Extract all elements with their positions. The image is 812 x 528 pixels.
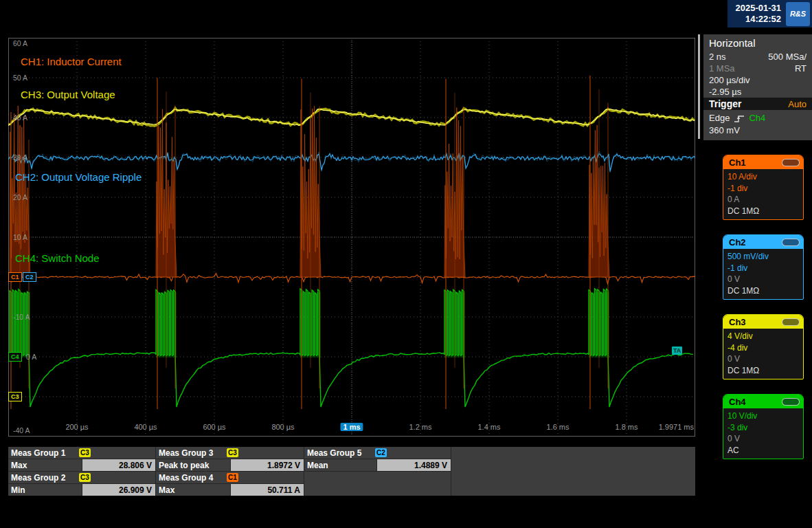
x-axis-label: 1.8 ms bbox=[615, 423, 638, 431]
channel-position: 0 V bbox=[728, 274, 799, 285]
y-axis-label: 50 A bbox=[13, 74, 27, 82]
clock-block: 2025-01-31 14:22:52 R&S bbox=[728, 0, 812, 28]
oscilloscope-screen: 2025-01-31 14:22:52 R&S CH1: Inductor Cu… bbox=[0, 0, 812, 528]
meas-metric-label: Min bbox=[8, 484, 82, 496]
y-axis-label: 60 A bbox=[13, 39, 27, 47]
channel-offset: -3 div bbox=[728, 422, 799, 434]
meas-value: 28.806 V bbox=[82, 459, 155, 471]
meas-source-badge: C2 bbox=[375, 448, 387, 457]
channel-position: 0 V bbox=[728, 353, 799, 365]
plot-area: CH1: Inductor CurrentCH3: Output Voltage… bbox=[8, 38, 695, 437]
y-axis-label: 0 A bbox=[26, 353, 36, 361]
channel-settings: 4 V/div -4 div 0 V DC 1MΩ bbox=[723, 329, 803, 379]
x-axis-label: 400 µs bbox=[134, 423, 157, 431]
x-axis-label: 1.6 ms bbox=[546, 423, 569, 431]
channel-position: 0 V bbox=[728, 433, 799, 445]
channel-panel-ch3[interactable]: Ch3 4 V/div -4 div 0 V DC 1MΩ bbox=[723, 314, 804, 380]
meas-value: 1.8972 V bbox=[231, 459, 304, 471]
channel-position: 0 A bbox=[728, 194, 799, 206]
channel-header[interactable]: Ch1 bbox=[723, 155, 803, 169]
sample-rate-value: 500 MSa/ bbox=[768, 51, 807, 63]
record-length-value: 1 MSa bbox=[709, 63, 735, 74]
channel-header[interactable]: Ch3 bbox=[723, 315, 803, 329]
channel-name: Ch4 bbox=[729, 397, 746, 407]
rs-logo-text: R&S bbox=[790, 10, 806, 18]
meas-group-name: Meas Group 2 bbox=[8, 473, 79, 483]
y-axis-label: 20 A bbox=[13, 193, 27, 201]
channel-coupling: DC 1MΩ bbox=[728, 285, 799, 297]
meas-source-badge: C3 bbox=[227, 448, 238, 457]
trigger-mode-badge[interactable]: Auto bbox=[788, 99, 807, 109]
y-axis-label: 30 A bbox=[13, 153, 27, 162]
channel-offset: -1 div bbox=[728, 183, 799, 195]
channel-toggle-pill[interactable] bbox=[782, 398, 800, 406]
clock-date: 2025-01-31 bbox=[736, 3, 782, 14]
edge-icon bbox=[734, 114, 745, 123]
meas-value: 1.4889 V bbox=[377, 459, 451, 471]
resolution-value: 2 ns bbox=[709, 51, 726, 63]
channel-name: Ch3 bbox=[729, 317, 746, 327]
horizontal-title: Horizontal bbox=[709, 37, 807, 49]
plot-overlay: CH1: Inductor CurrentCH3: Output Voltage… bbox=[8, 38, 695, 437]
trigger-source-label: Ch4 bbox=[749, 112, 765, 124]
meas-filler bbox=[304, 472, 451, 496]
clock-text: 2025-01-31 14:22:52 bbox=[736, 3, 782, 25]
measurement-panel: Meas Group 1C3Max28.806 VMeas Group 3C3P… bbox=[8, 447, 695, 496]
channel-panel-ch4[interactable]: Ch4 10 V/div -3 div 0 V AC bbox=[723, 394, 804, 459]
channel-name: Ch1 bbox=[729, 157, 746, 168]
channel-coupling: AC bbox=[728, 445, 799, 456]
channel-toggle-pill[interactable] bbox=[782, 318, 800, 326]
x-axis-label: 1 ms bbox=[340, 423, 363, 431]
meas-metric-label: Max bbox=[8, 459, 82, 471]
channel-settings: 10 A/div -1 div 0 A DC 1MΩ bbox=[723, 169, 803, 219]
channel-marker-c1[interactable]: C1 bbox=[8, 272, 22, 282]
channel-marker-c3[interactable]: C3 bbox=[8, 392, 22, 402]
trigger-panel[interactable]: Trigger Auto Edge Ch4 360 mV bbox=[703, 98, 812, 140]
channel-header[interactable]: Ch2 bbox=[723, 235, 803, 249]
channel-panel-ch1[interactable]: Ch1 10 A/div -1 div 0 A DC 1MΩ bbox=[723, 155, 804, 220]
y-axis-label: -40 A bbox=[13, 426, 30, 434]
meas-source-badge: C3 bbox=[79, 473, 91, 482]
rs-logo: R&S bbox=[786, 2, 810, 26]
channel-offset: -1 div bbox=[728, 263, 799, 274]
channel-scale: 500 mV/div bbox=[728, 251, 799, 263]
meas-metric-label: Peak to peak bbox=[156, 459, 230, 471]
meas-group-name: Meas Group 3 bbox=[156, 448, 227, 458]
channel-coupling: DC 1MΩ bbox=[728, 365, 799, 377]
trigger-level-marker[interactable]: TA bbox=[672, 346, 682, 355]
meas-group-header[interactable]: Meas Group 3C3 bbox=[156, 447, 304, 459]
y-axis-label: 40 A bbox=[13, 113, 27, 122]
meas-group-header[interactable]: Meas Group 2C3 bbox=[8, 472, 155, 483]
trigger-level-value: 360 mV bbox=[709, 125, 740, 135]
timebase-scale-value: 200 µs/div bbox=[709, 74, 750, 86]
meas-metric-label: Max bbox=[156, 484, 230, 496]
channel-marker-c2[interactable]: C2 bbox=[23, 272, 36, 282]
meas-value: 26.909 V bbox=[82, 484, 155, 496]
trigger-type-label: Edge bbox=[709, 112, 730, 124]
meas-source-badge: C3 bbox=[79, 448, 91, 457]
horizontal-position-value: -2.95 µs bbox=[709, 86, 741, 98]
channel-scale: 10 V/div bbox=[728, 410, 799, 422]
channel-panel-ch2[interactable]: Ch2 500 mV/div -1 div 0 V DC 1MΩ bbox=[723, 234, 804, 300]
trigger-title: Trigger bbox=[709, 98, 741, 109]
x-axis-label: 800 µs bbox=[271, 423, 294, 431]
acquisition-mode-value: RT bbox=[795, 63, 807, 74]
meas-group-header[interactable]: Meas Group 5C2 bbox=[304, 447, 451, 459]
channel-scale: 10 A/div bbox=[728, 171, 799, 183]
channel-scale: 4 V/div bbox=[728, 331, 799, 342]
channel-header[interactable]: Ch4 bbox=[723, 395, 803, 408]
meas-group-header[interactable]: Meas Group 1C3 bbox=[8, 447, 155, 459]
scrollbar-handle[interactable] bbox=[698, 34, 700, 139]
channel-toggle-pill[interactable] bbox=[782, 159, 800, 166]
annotation-ch3: CH3: Output Voltage bbox=[21, 89, 115, 100]
meas-value: 50.711 A bbox=[231, 484, 304, 496]
meas-filler bbox=[451, 447, 695, 496]
channel-name: Ch2 bbox=[729, 237, 746, 248]
x-axis-label: 1.4 ms bbox=[477, 423, 500, 431]
x-axis-label: 200 µs bbox=[65, 423, 88, 431]
channel-toggle-pill[interactable] bbox=[782, 239, 800, 246]
horizontal-panel[interactable]: Horizontal 2 ns 500 MSa/ 1 MSa RT 200 µs… bbox=[703, 34, 812, 102]
meas-group-header[interactable]: Meas Group 4C1 bbox=[156, 472, 304, 483]
channel-settings: 10 V/div -3 div 0 V AC bbox=[723, 408, 803, 459]
channel-marker-c4[interactable]: C4 bbox=[8, 352, 22, 362]
